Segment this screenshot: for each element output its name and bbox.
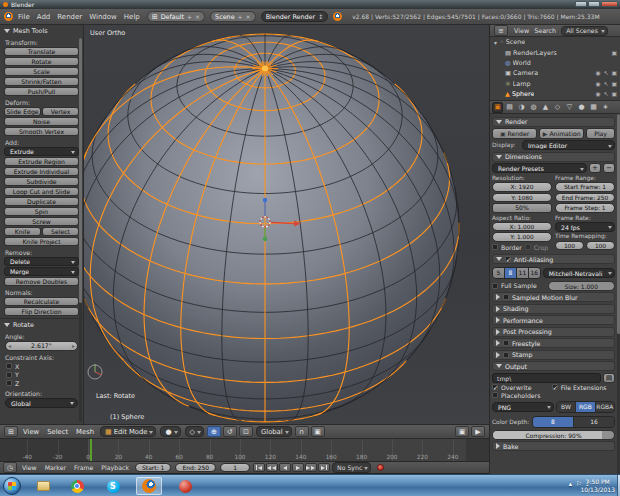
resolution-x-field[interactable]: X: 1920 [492, 182, 552, 192]
play-button[interactable]: Play [586, 128, 615, 139]
play-button[interactable] [292, 463, 304, 472]
toggle-eye-icon[interactable]: ◉ [596, 70, 601, 76]
remap-old-field[interactable]: 100 [555, 241, 584, 251]
menu-window[interactable]: Window [89, 13, 117, 21]
toggle-eye-icon[interactable]: ◉ [596, 81, 601, 87]
tool-button-delete[interactable]: Delete [4, 257, 79, 266]
uv-sphere-mesh[interactable] [84, 25, 489, 424]
tool-button-extrude-region[interactable]: Extrude Region [4, 157, 79, 166]
menu-add[interactable]: Add [37, 13, 51, 21]
render-button[interactable]: ▣Render [492, 128, 537, 139]
rotate-panel-header[interactable]: Rotate [0, 319, 83, 330]
border-checkbox[interactable] [492, 244, 498, 250]
constraint-x-checkbox[interactable] [6, 363, 12, 369]
outliner-menu-search[interactable]: Search [534, 27, 556, 35]
tool-button-scale[interactable]: Scale [4, 67, 79, 76]
freestyle-checkbox[interactable] [503, 340, 509, 346]
current-frame-field[interactable]: 1 [220, 463, 250, 472]
tab-material[interactable]: ● [576, 102, 587, 113]
delete-scene-icon[interactable]: × [246, 13, 251, 20]
minimize-button[interactable] [575, 1, 587, 7]
bake-panel-header[interactable]: Bake [492, 441, 615, 451]
mode-dropdown[interactable]: ▦ Edit Mode [100, 426, 156, 437]
manipulator-scale-toggle[interactable]: ⊡ [239, 426, 253, 437]
outliner-row-scene[interactable]: ▾◦Scene [490, 37, 620, 47]
tab-object[interactable]: ▲ [540, 102, 551, 113]
timeline-playhead[interactable] [90, 439, 92, 462]
expander-icon[interactable]: ▾ [494, 39, 497, 46]
file-extensions-checkbox[interactable] [552, 384, 558, 390]
tool-button-slide-edge[interactable]: Slide Edge [4, 107, 41, 116]
opengl-render-anim-button[interactable]: ▶ [471, 426, 485, 437]
start-frame-field[interactable]: Start: 1 [135, 463, 171, 472]
pivot-point-dropdown[interactable]: ◇ [185, 426, 204, 437]
taskbar-clock[interactable]: 7:50 PM 10/13/2013 [580, 478, 615, 494]
render-engine-selector[interactable]: Blender Render ↕ [261, 11, 329, 22]
outliner-row-sphere[interactable]: ▲Sphere◉↖▣ [490, 89, 620, 99]
record-button[interactable] [377, 464, 384, 471]
sampled-motion-blur-panel-header[interactable]: Sampled Motion Blur [492, 292, 615, 302]
orientation-dropdown[interactable]: Global [5, 398, 78, 408]
tool-button-loop-cut-and-slide[interactable]: Loop Cut and Slide [4, 187, 79, 196]
end-frame-field[interactable]: End: 250 [175, 463, 216, 472]
tab-world[interactable]: ◍ [528, 102, 539, 113]
timeline-menu-view[interactable]: View [22, 464, 37, 471]
snap-element-dropdown[interactable]: ▣ [311, 426, 325, 437]
mesh-tools-panel-header[interactable]: Mesh Tools [0, 25, 83, 36]
constraint-y-checkbox[interactable] [6, 372, 12, 378]
aspect-x-field[interactable]: X: 1.000 [492, 222, 552, 232]
outliner-row-camera[interactable]: ▣Camera◉↖▣ [490, 68, 620, 78]
stamp-panel-header[interactable]: Stamp [492, 350, 615, 360]
resolution-percentage-slider[interactable]: 50% [492, 203, 552, 213]
viewport-menu-select[interactable]: Select [47, 428, 68, 436]
toggle-cam-icon[interactable]: ▣ [612, 70, 617, 76]
tab-modifiers[interactable]: ◇ [552, 102, 563, 113]
toggle-cursor-icon[interactable]: ↖ [604, 70, 609, 76]
color-mode-bw-toggle[interactable]: BW [557, 402, 576, 412]
tool-button-spin[interactable]: Spin [4, 207, 79, 216]
screen-layout-selector[interactable]: ⊞ Default + × [147, 11, 205, 22]
tool-button-recalculate[interactable]: Recalculate [4, 297, 79, 306]
tool-button-translate[interactable]: Translate [4, 47, 79, 56]
tool-button-flip-direction[interactable]: Flip Direction [4, 307, 79, 316]
frame-rate-dropdown[interactable]: 24 fps [555, 222, 615, 232]
toggle-cam-icon[interactable]: ▣ [612, 81, 617, 87]
viewport-3d[interactable]: User Ortho Last: Rotate (1) Sphere [84, 25, 489, 424]
start-frame-field[interactable]: Start Frame: 1 [555, 182, 615, 192]
tab-data[interactable]: ▽ [564, 102, 575, 113]
outliner-row-renderlayers[interactable]: ▤RenderLayers▣ [490, 47, 620, 57]
snap-toggle[interactable]: ∩ [295, 426, 309, 437]
remove-preset-button[interactable]: − [603, 163, 615, 173]
taskbar-explorer-button[interactable] [30, 477, 56, 495]
aa-samples-16-toggle[interactable]: 16 [529, 268, 540, 278]
tool-button-shrink-fatten[interactable]: Shrink/Fatten [4, 77, 79, 86]
constraint-z-checkbox[interactable] [6, 380, 12, 386]
tool-button-noise[interactable]: Noise [4, 117, 79, 126]
tool-button-extrude-individual[interactable]: Extrude Individual [4, 167, 79, 176]
outliner-row-world[interactable]: ◍World [490, 58, 620, 68]
timeline-editor[interactable]: -40-20020406080100120140160180200220240 [0, 439, 489, 462]
display-dropdown[interactable]: Image Editor [522, 140, 615, 150]
tool-button-extrude[interactable]: Extrude [4, 147, 79, 156]
tool-button-duplicate[interactable]: Duplicate [4, 197, 79, 206]
editor-type-selector[interactable]: ⊞ [4, 426, 18, 437]
angle-slider[interactable]: 2.617° [5, 341, 78, 351]
stamp-checkbox[interactable] [503, 352, 509, 358]
transform-orientation-dropdown[interactable]: Global [256, 426, 292, 437]
tool-button-select[interactable]: Select [42, 227, 79, 236]
scene-selector[interactable]: Scene + × [210, 11, 256, 22]
end-frame-field[interactable]: End Frame: 250 [555, 193, 615, 203]
file-browse-button[interactable]: ▤ [603, 373, 615, 383]
outliner-row-lamp[interactable]: ☼Lamp◉↖▣ [490, 79, 620, 89]
timeline-menu-marker[interactable]: Marker [45, 464, 66, 471]
tab-particles[interactable]: ∗ [600, 102, 611, 113]
aspect-y-field[interactable]: Y: 1.000 [492, 232, 552, 242]
menu-help[interactable]: Help [124, 13, 140, 21]
manipulator-rotate-toggle[interactable]: ↺ [223, 426, 237, 437]
color-depth-16-toggle[interactable]: 16 [574, 417, 614, 427]
tab-render[interactable]: ▣ [492, 102, 503, 113]
delete-layout-icon[interactable]: × [195, 13, 200, 20]
compression-slider[interactable]: Compression: 90% [492, 430, 615, 440]
tool-button-smooth-vertex[interactable]: Smooth Vertex [4, 127, 79, 136]
tool-button-remove-doubles[interactable]: Remove Doubles [4, 277, 79, 286]
